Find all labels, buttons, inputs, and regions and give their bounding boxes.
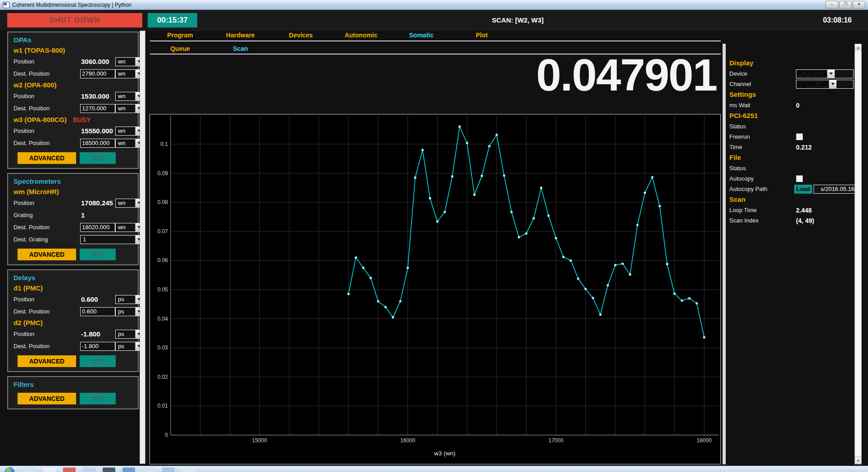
minimize-button[interactable]: –	[826, 1, 838, 9]
loop-time-value: 2.448	[796, 207, 812, 214]
start-button-icon[interactable]	[5, 467, 14, 472]
taskbar-app-icon[interactable]	[23, 467, 36, 472]
time-value: 0.212	[796, 144, 812, 151]
wm-microhr-dest-position-unit-select[interactable]: wn	[115, 223, 143, 232]
w3-opa-800cg-dest-position-unit-select[interactable]: wn	[115, 139, 143, 148]
advanced-button[interactable]: ADVANCED	[18, 152, 76, 164]
data-point	[525, 232, 528, 235]
settings-panel: DisplayDevicePCI-6251Channelsignal_diffS…	[729, 58, 854, 226]
taskbar-app-icon[interactable]	[43, 467, 56, 472]
scroll-down-icon[interactable]: ▼	[855, 457, 861, 464]
taskbar-app-icon[interactable]	[182, 467, 194, 472]
advanced-button[interactable]: ADVANCED	[18, 249, 76, 260]
plot-area-scrollbar[interactable]	[723, 44, 726, 464]
settings-header-file: File	[729, 152, 854, 163]
taskbar-app-icon[interactable]	[63, 467, 76, 472]
data-point	[577, 277, 579, 280]
d1-pmc-position-unit-select[interactable]: ps	[115, 295, 143, 304]
taskbar-app-icon[interactable]	[83, 467, 95, 472]
section-title-delays: Delays	[14, 272, 138, 283]
load-button[interactable]: Load	[794, 185, 812, 194]
tab-program[interactable]: Program	[150, 30, 210, 41]
taskbar-app-icon[interactable]	[122, 467, 135, 472]
taskbar-app-icon[interactable]	[162, 467, 175, 472]
set-button[interactable]: SET	[80, 355, 116, 367]
ms-wait-row: ms Wait0	[729, 100, 854, 110]
advanced-button[interactable]: ADVANCED	[18, 355, 76, 367]
close-button[interactable]: ✕	[853, 1, 865, 9]
w2-opa-800-dest-position-input[interactable]	[80, 104, 115, 113]
d1-pmc-dest-position-unit-select[interactable]: ps	[115, 307, 143, 316]
device-name: w1 (TOPAS-800)	[14, 46, 65, 54]
device-name: d2 (PMC)	[14, 319, 43, 327]
maximize-button[interactable]: ❐	[839, 1, 852, 9]
right-scrollbar[interactable]: ▲ ▼	[854, 44, 862, 464]
application-window: Coherent Multidimensional Spectroscopy |…	[0, 0, 868, 472]
y-tick-label: 0	[165, 432, 168, 438]
set-button[interactable]: SET	[80, 249, 116, 260]
wm-microhr-dest-grating-select[interactable]: 1	[80, 235, 143, 244]
device-d1-pmc: d1 (PMC)	[14, 283, 138, 293]
y-tick-label: 0.07	[158, 228, 168, 235]
w2-opa-800-position-unit-select[interactable]: wn	[115, 92, 143, 101]
wm-microhr-dest-position-input[interactable]	[80, 223, 115, 232]
tab-autonomic[interactable]: Autonomic	[331, 30, 391, 41]
x-tick-label: 15000	[252, 437, 267, 444]
tab-plot[interactable]: Plot	[452, 30, 512, 41]
field-label: Position	[14, 331, 34, 337]
shutdown-button[interactable]: SHUT DOWN	[7, 13, 142, 27]
data-point	[621, 263, 624, 265]
d2-pmc-dest-position-input[interactable]	[80, 342, 115, 351]
d1-pmc-dest-position-row: Dest. Positionps	[14, 305, 138, 318]
scan-plot[interactable]: 1500016000170001800000.010.020.030.040.0…	[149, 114, 721, 464]
subtab-queue[interactable]: Queue	[150, 43, 210, 54]
w2-opa-800-dest-position-unit-select[interactable]: wn	[115, 104, 143, 113]
set-button[interactable]: SET	[80, 152, 116, 164]
settings-header-scan: Scan	[729, 194, 854, 205]
channel-select-value: signal_diff	[796, 80, 829, 88]
channel-select[interactable]: signal_diff	[796, 80, 854, 89]
data-point	[443, 211, 446, 213]
tab-hardware[interactable]: Hardware	[210, 30, 271, 41]
freerun-checkbox[interactable]	[796, 133, 803, 140]
d2-pmc-position-unit-select[interactable]: ps	[115, 330, 143, 339]
taskbar-app-icon[interactable]	[103, 467, 115, 472]
w1-topas-800-dest-position-input[interactable]	[80, 69, 115, 78]
data-point	[429, 197, 431, 200]
scan-plot-canvas[interactable]: 1500016000170001800000.010.020.030.040.0…	[150, 114, 720, 464]
w1-topas-800-dest-position-unit-select[interactable]: wn	[115, 69, 143, 78]
taskbar-app-icon[interactable]	[142, 467, 155, 472]
scroll-up-icon[interactable]: ▲	[855, 44, 861, 51]
w3-opa-800cg-position-unit-select[interactable]: wn	[115, 127, 143, 136]
scrollbar-thumb[interactable]	[855, 51, 861, 457]
field-label: Dest. Position	[14, 343, 50, 349]
x-tick-label: 17000	[548, 437, 564, 444]
field-label: Position	[14, 127, 34, 134]
d1-pmc-dest-position-input[interactable]	[80, 307, 115, 316]
data-point	[518, 236, 520, 238]
w1-topas-800-position-unit-select[interactable]: wn	[115, 57, 143, 66]
w2-opa-800-position-row: Position1530.000wn	[14, 90, 138, 102]
w3-opa-800cg-dest-position-input[interactable]	[80, 139, 115, 148]
d2-pmc-dest-position-unit-select[interactable]: ps	[115, 342, 143, 351]
ms-wait-value: 0	[796, 102, 800, 109]
subtab-scan[interactable]: Scan	[210, 43, 271, 54]
left-panel-scrollbar[interactable]	[140, 31, 145, 464]
set-button[interactable]: SET	[80, 393, 116, 404]
field-label: Dest. Position	[14, 140, 50, 146]
data-point	[659, 205, 661, 207]
field-label: Autocopy Path	[729, 186, 768, 192]
autocopy-row: Autocopy	[729, 173, 854, 184]
wm-microhr-position-unit-select[interactable]: wn	[115, 199, 143, 208]
field-label: Status	[729, 123, 746, 130]
autocopy-checkbox[interactable]	[796, 175, 803, 182]
autocopy-path-input[interactable]	[814, 185, 856, 194]
tab-somatic[interactable]: Somatic	[391, 30, 452, 41]
d1-pmc-position-row: Position0.600ps	[14, 293, 138, 305]
tab-devices[interactable]: Devices	[271, 30, 331, 41]
field-label: Time	[729, 144, 742, 150]
wm-microhr-position-row: Position17080.245wn	[14, 197, 138, 209]
device-select[interactable]: PCI-6251	[796, 69, 854, 78]
advanced-button[interactable]: ADVANCED	[18, 393, 76, 404]
scan-status-label: SCAN: [W2, W3]	[405, 13, 630, 27]
